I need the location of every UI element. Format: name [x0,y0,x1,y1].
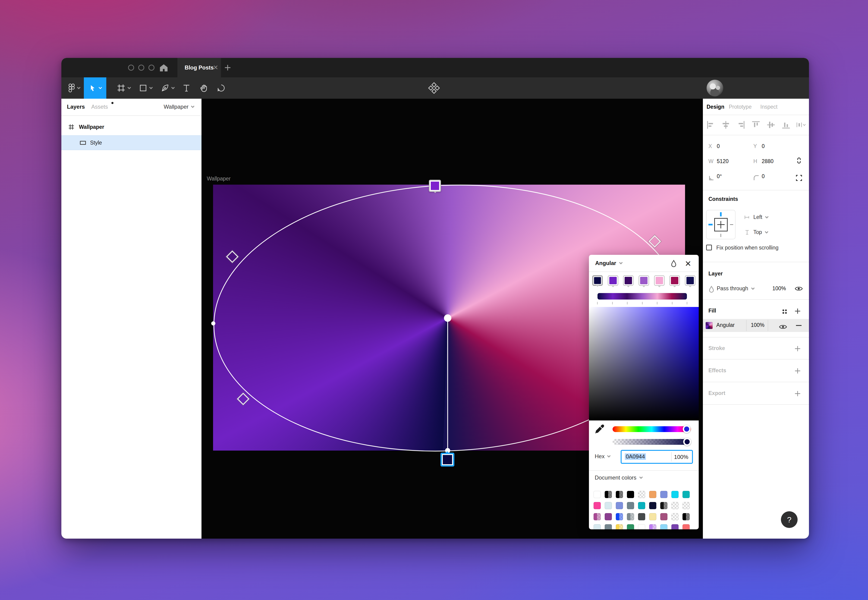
document-color-swatch[interactable] [660,491,667,498]
tab-assets[interactable]: Assets [91,103,108,110]
document-color-swatch[interactable] [605,491,612,498]
align-bottom-icon[interactable] [781,120,791,130]
rotation-value[interactable]: 0° [717,173,722,180]
gradient-stop-selected[interactable] [592,275,603,286]
remove-fill-icon[interactable] [795,321,803,330]
h-value[interactable]: 2880 [762,158,774,165]
gradient-stop[interactable] [608,275,618,286]
document-color-swatch[interactable] [671,524,679,529]
document-color-swatch[interactable] [594,502,601,509]
gradient-type-dropdown[interactable]: Angular [595,260,623,267]
document-color-swatch[interactable] [605,524,612,529]
page-selector[interactable]: Wallpaper [164,103,195,110]
layer-opacity-value[interactable]: 100% [772,285,786,292]
add-stroke-icon[interactable] [794,345,801,353]
gradient-stop[interactable] [685,275,696,286]
document-color-swatch[interactable] [649,513,656,520]
tab-design[interactable]: Design [706,104,724,110]
document-color-swatch[interactable] [627,513,634,520]
window-zoom-button[interactable] [148,65,154,71]
document-color-swatch[interactable] [649,524,656,529]
alpha-thumb[interactable] [683,438,691,446]
blend-mode-icon[interactable] [670,259,678,268]
independent-corners-icon[interactable] [795,174,803,182]
gradient-stop-handle-selected[interactable] [440,453,454,467]
tab-prototype[interactable]: Prototype [729,104,752,110]
document-color-swatch[interactable] [671,502,679,509]
window-minimize-button[interactable] [138,65,144,71]
help-button[interactable]: ? [781,511,798,528]
color-format-dropdown[interactable]: Hex [595,453,611,460]
frame-tool-button[interactable] [111,77,137,99]
x-value[interactable]: 0 [717,143,720,149]
blend-mode-dropdown[interactable]: Pass through [717,285,755,292]
align-right-icon[interactable] [736,120,746,130]
close-icon[interactable]: ✕ [684,259,693,268]
tab-inspect[interactable]: Inspect [760,104,777,110]
hex-input[interactable]: 0A0944 100% [621,450,693,464]
gradient-stop-handle-top[interactable] [429,180,441,192]
comment-tool-button[interactable] [213,77,229,99]
y-value[interactable]: 0 [762,143,765,149]
document-color-swatch[interactable] [638,491,645,498]
document-color-swatch[interactable] [649,502,656,509]
hue-thumb[interactable] [683,425,691,433]
constraints-widget[interactable] [706,210,735,239]
corner-radius-value[interactable]: 0 [762,173,765,180]
fix-position-checkbox[interactable] [706,245,712,250]
document-color-swatch[interactable] [682,513,690,520]
gradient-stop[interactable] [623,275,634,286]
document-color-swatch[interactable] [594,491,601,498]
align-vertical-center-icon[interactable] [766,120,776,130]
document-color-swatch[interactable] [671,513,679,520]
new-tab-icon[interactable] [224,64,232,72]
constrain-proportions-icon[interactable] [795,157,803,165]
canvas[interactable]: Wallpaper Angular [201,99,703,539]
document-color-swatch[interactable] [660,502,667,509]
align-top-icon[interactable] [751,120,761,130]
pen-tool-button[interactable] [155,77,181,99]
document-color-swatch[interactable] [616,513,623,520]
constraint-top-tick[interactable] [720,212,721,217]
tab-close-icon[interactable]: ✕ [212,64,219,71]
document-color-swatch[interactable] [605,513,612,520]
fill-gradient-swatch[interactable] [706,322,712,329]
w-value[interactable]: 5120 [717,158,729,165]
hue-slider[interactable] [612,426,691,432]
avatar[interactable] [706,80,723,96]
document-color-swatch[interactable] [616,524,623,529]
document-color-swatch[interactable] [660,513,667,520]
opacity-input[interactable]: 100% [674,454,688,460]
horizontal-constraint-dropdown[interactable]: Left [744,214,769,220]
document-color-swatch[interactable] [616,491,623,498]
gradient-stop[interactable] [638,275,649,286]
vertical-constraint-dropdown[interactable]: Top [744,229,768,235]
gradient-stop[interactable] [669,275,680,286]
align-left-icon[interactable] [706,120,716,130]
home-icon[interactable] [159,63,169,72]
document-color-swatch[interactable] [627,524,634,529]
add-fill-icon[interactable] [794,307,801,315]
layer-row-wallpaper[interactable]: Wallpaper [61,120,201,134]
gradient-preview-strip[interactable] [597,293,687,300]
move-tool-button[interactable] [84,77,106,99]
document-colors-dropdown[interactable]: Document colors [595,474,643,481]
text-tool-button[interactable] [178,77,195,99]
distribute-icon[interactable] [795,120,806,130]
document-color-swatch[interactable] [638,502,645,509]
styles-icon[interactable] [781,308,789,315]
document-color-swatch[interactable] [627,491,634,498]
align-horizontal-center-icon[interactable] [721,120,731,130]
main-menu-button[interactable] [65,77,83,99]
document-color-swatch[interactable] [682,524,690,529]
shape-tool-button[interactable] [133,77,159,99]
document-color-swatch[interactable] [616,502,623,509]
constraint-right-tick[interactable] [730,224,733,225]
document-color-swatch[interactable] [627,502,634,509]
document-color-swatch[interactable] [682,491,690,498]
eye-icon[interactable] [779,323,787,331]
document-color-swatch[interactable] [638,524,645,529]
tab-layers[interactable]: Layers [67,103,85,110]
layer-row-style[interactable]: Style [61,135,201,150]
hand-tool-button[interactable] [196,77,212,99]
